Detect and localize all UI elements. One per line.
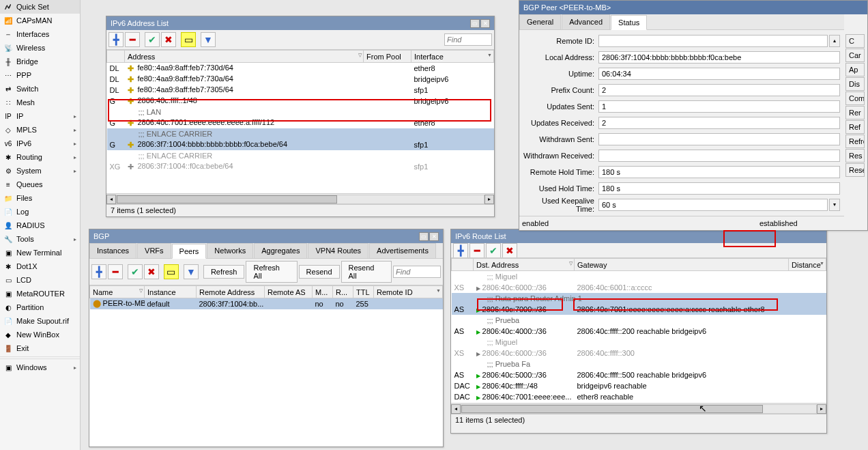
minimize-button[interactable]: ▭	[470, 19, 480, 28]
sidebar-item-partition[interactable]: ◐Partition	[0, 300, 80, 314]
minimize-button[interactable]: ▭	[419, 232, 429, 241]
table-row[interactable]: DAC▶ 2806:40c:ffff::/48bridgeipv6 reacha…	[452, 380, 826, 391]
col-distance[interactable]: Distance▼	[789, 259, 826, 271]
table-row[interactable]: XS▶ 2806:40c:6000::/362806:40c:6001::a:c…	[452, 282, 826, 293]
col-from-pool[interactable]: From Pool	[364, 51, 411, 63]
col-remote-as[interactable]: Remote AS	[265, 286, 313, 298]
refresh-all-button[interactable]: Refresh All	[246, 261, 297, 283]
sidebar-item-lcd[interactable]: ▭LCD	[0, 273, 80, 287]
add-button[interactable]: ╋	[453, 243, 468, 258]
table-row[interactable]: G✚2806:40c:ffff::1/48bridgeipv6	[107, 96, 494, 107]
table-row[interactable]: G ✚2806:40c:7001:eeee:eeee:eeee:a:ffff/1…	[107, 117, 494, 128]
table-row[interactable]: DL✚fe80::4aa9:8aff:feb7:730d/64ether8	[107, 63, 494, 74]
tab-vpn4 routes[interactable]: VPN4 Routes	[308, 243, 368, 258]
table-row[interactable]: AS▶ 2806:40c:7000::/362806:40c:7001:eeee…	[452, 304, 826, 315]
remove-button[interactable]: ━	[125, 32, 140, 47]
sidebar-item-mesh[interactable]: ∷Mesh	[0, 96, 80, 109]
col-ttl[interactable]: TTL	[353, 286, 374, 298]
window-titlebar[interactable]: BGP ▭ ✕	[89, 229, 443, 243]
window-titlebar[interactable]: BGP Peer <PEER-to-MB>	[519, 1, 867, 14]
sidebar-item-ppp[interactable]: ⋯PPP	[0, 68, 80, 82]
sidebar-item-system[interactable]: ⚙System▸	[0, 164, 80, 178]
table-row[interactable]: DL✚fe80::4aa9:8aff:feb7:7305/64sfp1	[107, 85, 494, 96]
comment-button[interactable]: ▭	[181, 32, 196, 47]
tab-status[interactable]: Status	[611, 15, 647, 30]
refresh-button[interactable]: Refresh	[203, 265, 245, 279]
col-name[interactable]: Name▽	[90, 286, 145, 298]
table-row[interactable]: AS▶ 2806:40c:5000::/362806:40c:ffff::500…	[452, 369, 826, 380]
sidebar-item-dot1x[interactable]: ✱Dot1X	[0, 259, 80, 273]
table-row[interactable]: G ✚2806:3f7:1004:bbbb:bbbb:bbbb:f0ca:beb…	[107, 139, 494, 150]
horizontal-scrollbar[interactable]: ◂▸	[106, 193, 494, 204]
sidebar-item-quick-set[interactable]: 🗲Quick Set	[0, 0, 80, 14]
enable-button[interactable]: ✔	[145, 32, 160, 47]
col-gateway[interactable]: Gateway	[575, 259, 789, 271]
remove-button[interactable]: ━	[469, 243, 484, 258]
tab-general[interactable]: General	[519, 14, 561, 29]
sidebar-item-new-winbox[interactable]: ◆New WinBox	[0, 328, 80, 341]
col-flag[interactable]	[452, 259, 474, 271]
tab-networks[interactable]: Networks	[207, 243, 253, 258]
resend-all-button[interactable]: Resend All	[341, 261, 392, 283]
scroll-down[interactable]: ▾	[829, 199, 840, 211]
scroll-up[interactable]: ▴	[829, 35, 840, 47]
sidebar-item-log[interactable]: 📄Log	[0, 205, 80, 219]
sidebar-item-new-terminal[interactable]: ▣New Terminal	[0, 246, 80, 259]
sidebar-item-radius[interactable]: 👤RADIUS	[0, 219, 80, 232]
sidebar-item-ipv6[interactable]: v6IPv6▸	[0, 137, 80, 150]
tab-aggregates[interactable]: Aggregates	[254, 243, 307, 258]
col-address[interactable]: Address▽	[125, 51, 364, 63]
sidebar-item-mpls[interactable]: ◇MPLS▸	[0, 123, 80, 137]
sidebar-item-routing[interactable]: ✱Routing▸	[0, 150, 80, 164]
comment-button[interactable]: ▭	[164, 264, 179, 279]
side-button[interactable]: C	[845, 34, 865, 48]
sidebar-item-tools[interactable]: 🔧Tools▸	[0, 232, 80, 246]
close-button[interactable]: ✕	[480, 19, 490, 28]
disable-button[interactable]: ✖	[144, 264, 159, 279]
window-titlebar[interactable]: IPv6 Route List	[451, 229, 826, 243]
col-interface[interactable]: Interface▼	[411, 51, 494, 63]
col-r[interactable]: R...	[333, 286, 353, 298]
sidebar-item-bridge[interactable]: ╫Bridge	[0, 55, 80, 68]
sidebar-item-metarouter[interactable]: ▣MetaROUTER	[0, 287, 80, 300]
sidebar-item-exit[interactable]: 🚪Exit	[0, 341, 80, 355]
sidebar-item-capsman[interactable]: 📶CAPsMAN	[0, 14, 80, 27]
disable-button[interactable]: ✖	[161, 32, 176, 47]
tab-vrfs[interactable]: VRFs	[137, 243, 171, 258]
find-input[interactable]	[393, 266, 441, 278]
side-button[interactable]: Rer	[845, 106, 865, 119]
filter-button[interactable]: ▼	[201, 32, 216, 47]
sidebar-windows[interactable]: ▣ Windows ▸	[0, 361, 80, 374]
sidebar-item-switch[interactable]: ⇄Switch	[0, 82, 80, 96]
col-m[interactable]: M...	[313, 286, 333, 298]
sidebar-item-files[interactable]: 📁Files	[0, 191, 80, 205]
sidebar-item-ip[interactable]: IPIP▸	[0, 109, 80, 123]
col-flag[interactable]	[107, 51, 125, 63]
table-row[interactable]: DL✚fe80::4aa9:8aff:feb7:730a/64bridgeipv…	[107, 74, 494, 85]
table-row[interactable]: AS▶ 2806:40c:4000::/362806:40c:ffff::200…	[452, 326, 826, 337]
window-titlebar[interactable]: IPv6 Address List ▭ ✕	[106, 16, 494, 30]
disable-button[interactable]: ✖	[502, 243, 517, 258]
horizontal-scrollbar[interactable]: ◂▸	[451, 403, 826, 414]
sidebar-item-wireless[interactable]: 📡Wireless	[0, 41, 80, 55]
side-button[interactable]: Dis	[845, 77, 865, 91]
tab-advanced[interactable]: Advanced	[562, 14, 610, 29]
sidebar-item-make-supout.rif[interactable]: 📄Make Supout.rif	[0, 314, 80, 328]
tab-peers[interactable]: Peers	[172, 244, 207, 259]
tab-instances[interactable]: Instances	[89, 243, 136, 258]
col-instance[interactable]: Instance	[145, 286, 197, 298]
find-input[interactable]	[444, 33, 492, 46]
side-button[interactable]: Ap	[845, 63, 865, 76]
sidebar-item-interfaces[interactable]: ⎓Interfaces	[0, 27, 80, 41]
side-button[interactable]: Refre	[845, 135, 865, 148]
resend-button[interactable]: Resend	[299, 265, 340, 279]
filter-button[interactable]: ▼	[184, 264, 199, 279]
remove-button[interactable]: ━	[108, 264, 123, 279]
col-remote-addr[interactable]: Remote Address	[197, 286, 265, 298]
table-row[interactable]: DAC▶ 2806:40c:7001:eeee:eee...ether8 rea…	[452, 391, 826, 402]
table-row[interactable]: XS▶ 2806:40c:6000::/362806:40c:ffff::300	[452, 348, 826, 358]
side-button[interactable]: Car	[845, 48, 865, 62]
side-button[interactable]: Rese	[845, 163, 865, 177]
sidebar-item-queues[interactable]: ≡Queues	[0, 178, 80, 191]
side-button[interactable]: Res	[845, 149, 865, 163]
